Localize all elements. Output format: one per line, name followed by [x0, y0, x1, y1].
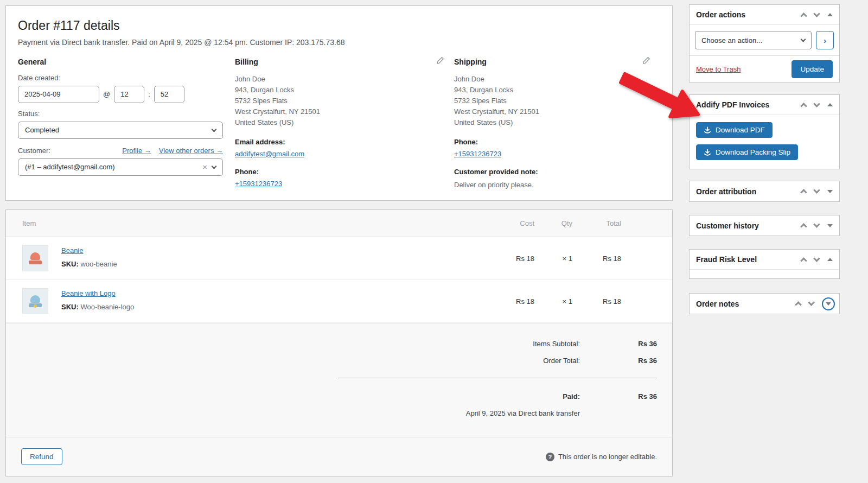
fraud-risk-body: [690, 270, 839, 278]
action-selected-value: Choose an action...: [701, 36, 762, 45]
help-icon[interactable]: ?: [546, 453, 554, 461]
move-up-icon[interactable]: [800, 257, 807, 264]
move-down-icon[interactable]: [813, 10, 820, 17]
item-total: Rs 18: [572, 297, 621, 306]
download-packing-slip-button[interactable]: Download Packing Slip: [696, 144, 798, 160]
action-select[interactable]: Choose an action...: [695, 31, 812, 49]
shipping-phone-link[interactable]: +15931236723: [454, 150, 501, 158]
chevron-down-icon: [212, 163, 217, 169]
status-select[interactable]: Completed: [18, 122, 223, 139]
order-total-value: Rs 36: [580, 357, 657, 365]
sku-value: Woo-beanie-logo: [80, 303, 134, 311]
focused-toggle-ring: [822, 297, 835, 310]
download-pdf-button[interactable]: Download PDF: [696, 122, 773, 138]
product-thumbnail: [22, 245, 48, 271]
billing-address-line: John Doe: [235, 74, 438, 85]
customer-history-header[interactable]: Customer history: [690, 215, 839, 236]
item-info: Beanie with Logo SKU: Woo-beanie-logo: [61, 288, 134, 311]
minute-input[interactable]: [154, 86, 184, 103]
sidebar: Order actions Choose an action... › Move…: [689, 4, 840, 314]
totals-row: Order Total: Rs 36: [21, 357, 657, 365]
clear-icon[interactable]: ×: [202, 163, 207, 171]
paid-row: Paid: Rs 36: [21, 392, 657, 401]
edit-billing-icon[interactable]: [436, 56, 444, 66]
fraud-risk-panel: Fraud Risk Level: [689, 249, 840, 279]
date-created-input[interactable]: [18, 86, 99, 103]
sku-label: SKU:: [61, 260, 79, 268]
move-down-icon[interactable]: [813, 187, 820, 194]
download-icon: [704, 149, 711, 156]
billing-address-line: West Crystalfurt, NY 21501: [235, 106, 438, 117]
move-to-trash-link[interactable]: Move to Trash: [696, 65, 741, 73]
shipping-address-line: United States (US): [454, 117, 654, 128]
sku-line: SKU: Woo-beanie-logo: [61, 303, 134, 311]
customer-selected-value: (#1 – addifytest@gmail.com): [25, 163, 115, 171]
chevron-down-icon: [801, 37, 806, 42]
move-up-icon[interactable]: [800, 189, 807, 196]
general-heading: General: [18, 58, 223, 66]
move-up-icon[interactable]: [800, 103, 807, 110]
move-down-icon[interactable]: [813, 100, 820, 107]
collapse-toggle-icon[interactable]: [827, 13, 833, 16]
profile-link[interactable]: Profile →: [122, 147, 151, 155]
collapse-toggle-icon[interactable]: [826, 302, 831, 306]
pdf-invoices-header[interactable]: Addify PDF Invoices: [690, 95, 839, 115]
item-cost: Rs 18: [486, 297, 534, 306]
pdf-invoices-panel: Addify PDF Invoices Download PDF Downloa…: [689, 94, 840, 169]
paid-value: Rs 36: [580, 392, 657, 401]
move-down-icon[interactable]: [808, 299, 815, 306]
order-actions-header[interactable]: Order actions: [690, 5, 839, 25]
pdf-invoices-body: Download PDF Download Packing Slip: [690, 115, 839, 169]
hour-input[interactable]: [114, 86, 144, 103]
panel-controls: [801, 11, 833, 18]
paid-label: Paid:: [563, 392, 580, 401]
subtotal-value: Rs 36: [580, 340, 657, 348]
view-other-orders-link[interactable]: View other orders →: [159, 147, 223, 155]
col-header-total: Total: [572, 219, 621, 227]
totals-divider: [338, 378, 657, 378]
collapse-toggle-icon[interactable]: [827, 258, 833, 261]
shipping-address-line: West Crystalfurt, NY 21501: [454, 106, 654, 117]
billing-phone-link[interactable]: +15931236723: [235, 180, 282, 188]
billing-email-link[interactable]: addifytest@gmail.com: [235, 150, 304, 158]
move-up-icon[interactable]: [800, 223, 807, 230]
product-link[interactable]: Beanie with Logo: [61, 289, 116, 297]
download-packing-slip-label: Download Packing Slip: [716, 148, 790, 156]
subtotal-label: Items Subtotal:: [533, 340, 580, 348]
order-columns: General Date created: @ : Status: Comple…: [18, 58, 660, 190]
panel-title: Order notes: [696, 300, 796, 308]
col-header-item: Item: [6, 219, 486, 227]
item-qty: × 1: [534, 297, 572, 306]
move-up-icon[interactable]: [795, 301, 802, 308]
billing-heading: Billing: [235, 58, 438, 66]
order-notes-panel: Order notes: [689, 293, 840, 314]
customer-select[interactable]: (#1 – addifytest@gmail.com) ×: [18, 158, 223, 176]
collapse-toggle-icon[interactable]: [827, 103, 833, 106]
panel-title: Order actions: [696, 10, 801, 19]
items-table-header: Item Cost Qty Total: [6, 210, 672, 237]
order-actions-footer: Move to Trash Update: [690, 55, 839, 82]
download-pdf-label: Download PDF: [716, 126, 765, 134]
product-link[interactable]: Beanie: [61, 246, 83, 255]
collapse-toggle-icon[interactable]: [827, 190, 833, 193]
order-attribution-header[interactable]: Order attribution: [690, 181, 839, 201]
collapse-toggle-icon[interactable]: [827, 224, 833, 227]
move-down-icon[interactable]: [813, 221, 820, 228]
move-down-icon[interactable]: [813, 255, 820, 262]
product-thumbnail: [22, 288, 48, 314]
customer-row: Customer: Profile → View other orders →: [18, 147, 223, 155]
fraud-risk-header[interactable]: Fraud Risk Level: [690, 250, 839, 270]
order-notes-header[interactable]: Order notes: [690, 294, 839, 314]
shipping-address-line: 943, Durgan Locks: [454, 85, 654, 96]
refund-button[interactable]: Refund: [21, 448, 62, 465]
sku-line: SKU: woo-beanie: [61, 260, 117, 268]
update-button[interactable]: Update: [792, 60, 833, 78]
order-actions-panel: Order actions Choose an action... › Move…: [689, 4, 840, 82]
customer-links: Profile → View other orders →: [122, 147, 223, 155]
panel-controls: [796, 300, 833, 308]
apply-action-button[interactable]: ›: [816, 31, 834, 49]
shipping-heading: Shipping: [454, 58, 654, 66]
move-up-icon[interactable]: [800, 12, 807, 20]
edit-shipping-icon[interactable]: [642, 56, 650, 66]
order-totals: Items Subtotal: Rs 36 Order Total: Rs 36…: [6, 323, 672, 438]
